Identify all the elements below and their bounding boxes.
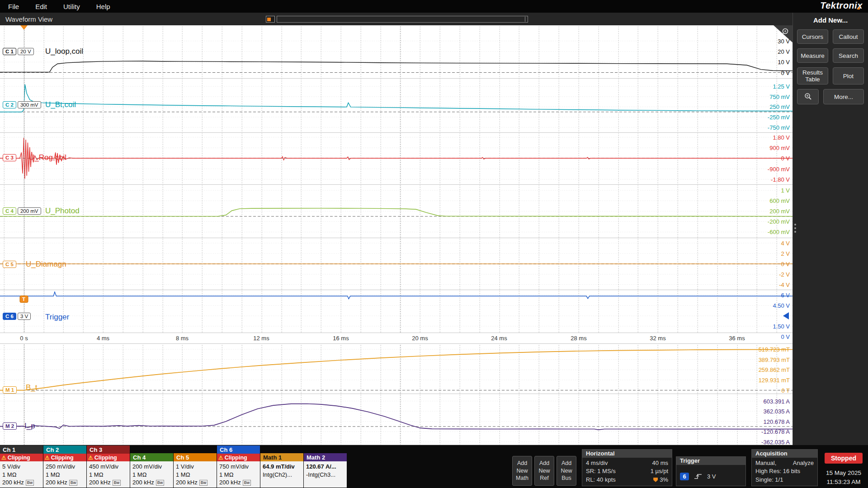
- trigger-position-marker[interactable]: [20, 25, 28, 30]
- channel-label-c4: U_Photod: [45, 206, 80, 216]
- button-line: Add: [561, 460, 571, 467]
- axis-tick-c1: 30 V: [778, 38, 790, 45]
- waveform-view-titlebar: Waveform View: [0, 13, 793, 25]
- tile-setting-row: 5 V/div: [2, 463, 41, 471]
- axis-tick-c3: 0 V: [781, 155, 790, 162]
- bottom-bar: Ch 1⚠Clipping5 V/div1 MΩ200 kHzBwCh 2⚠Cl…: [0, 445, 868, 488]
- tile-math-1[interactable]: Math 164.9 mT/divIntg(Ch2)...: [260, 453, 303, 488]
- zoom-overview-track[interactable]: [277, 16, 528, 23]
- axis-tick-c5: 2 V: [781, 250, 790, 257]
- tile-setting-row: 1 MΩ: [132, 471, 171, 479]
- menu-file[interactable]: File: [0, 0, 27, 13]
- channel-badge-c5[interactable]: C 5: [3, 261, 16, 268]
- horizontal-row: 4 ms/div40 ms: [586, 459, 668, 467]
- tile-settings: 120.67 A/...-Intg(Ch3...: [304, 461, 347, 488]
- channel-badge-c3[interactable]: C 3: [3, 154, 16, 161]
- tile-setting-row: 200 mV/div: [132, 463, 171, 471]
- bandwidth-badge: Bw: [113, 480, 121, 486]
- button-line: Ref: [540, 474, 548, 482]
- acquisition-value-left: Single: 1/1: [755, 476, 783, 484]
- sidebar-button-cursors[interactable]: Cursors: [797, 29, 828, 44]
- sidebar-button-more[interactable]: More...: [823, 89, 864, 104]
- zoom-tool-button[interactable]: [797, 89, 819, 104]
- channel-label-c1: U_loop,coil: [45, 47, 83, 56]
- tile-ch-3[interactable]: Ch 3⚠Clipping450 mV/div1 MΩ200 kHzBw: [87, 446, 130, 488]
- tile-settings: 1 V/div1 MΩ200 kHzBw: [174, 461, 217, 488]
- menu-edit[interactable]: Edit: [27, 0, 55, 13]
- time-tick-label: 36 ms: [729, 335, 745, 342]
- waveform-c3: [0, 133, 793, 185]
- menu-help[interactable]: Help: [88, 0, 118, 13]
- sidebar-bottom-row: More...: [797, 89, 864, 104]
- warning-icon: ⚠: [218, 455, 223, 460]
- zoom-position-icon[interactable]: [266, 16, 275, 23]
- time-tick-label: 0 s: [20, 335, 28, 342]
- tile-ch-2[interactable]: Ch 2⚠Clipping250 mV/div1 MΩ200 kHzBw: [43, 446, 86, 488]
- time-axis: 0 s4 ms8 ms12 ms16 ms20 ms24 ms28 ms32 m…: [0, 333, 793, 344]
- add-new-ref-button[interactable]: AddNewRef: [534, 456, 554, 486]
- zoom-overview-bar[interactable]: [266, 16, 528, 23]
- channel-badge-c2[interactable]: C 2300 mV: [3, 101, 41, 108]
- channel-badge-c6[interactable]: C 63 V: [3, 313, 31, 320]
- axis-tick-c3: -900 mV: [768, 166, 790, 173]
- tile-ch-5[interactable]: Ch 51 V/div1 MΩ200 kHzBw: [174, 453, 217, 488]
- sidebar-button-search[interactable]: Search: [833, 48, 864, 63]
- run-stop-button[interactable]: Stopped: [825, 453, 863, 464]
- tile-setting-row: 200 kHzBw: [46, 479, 84, 487]
- axis-tick-c5: -4 V: [779, 282, 790, 288]
- panel-grip-handle[interactable]: [794, 224, 796, 225]
- button-line: New: [561, 467, 572, 475]
- trigger-level-marker[interactable]: [783, 312, 789, 319]
- channel-badge-m2[interactable]: M 2: [3, 422, 17, 430]
- channel-badge-c1[interactable]: C 120 V: [3, 48, 34, 55]
- waveform-m2: [0, 394, 793, 445]
- tile-setting-row: 1 MΩ: [219, 471, 258, 479]
- waveform-view: Waveform View 30 V20 V10 V0 VC 120 VU_lo…: [0, 13, 793, 445]
- channel-badge-c4[interactable]: C 4200 mV: [3, 207, 41, 215]
- trigger-flag-badge[interactable]: T: [19, 296, 28, 303]
- time-label: 11:53:23 AM: [819, 478, 868, 487]
- horizontal-value-right: 1 µs/pt: [651, 467, 668, 475]
- tile-title: Math 2: [304, 453, 347, 461]
- tile-ch-6[interactable]: Ch 6⚠Clipping750 mV/div1 MΩ200 kHzBw: [217, 446, 260, 488]
- tile-title: Ch 2: [43, 446, 86, 454]
- axis-tick-m2: -120.678 A: [761, 428, 790, 435]
- axis-tick-c2: -750 mV: [768, 124, 790, 131]
- tile-ch-4[interactable]: Ch 4200 mV/div1 MΩ200 kHzBw: [130, 453, 173, 488]
- bandwidth-badge: Bw: [156, 480, 165, 486]
- tile-setting-row: 200 kHzBw: [89, 479, 127, 487]
- sidebar-button-measure[interactable]: Measure: [797, 48, 828, 63]
- channel-badge-m1[interactable]: M 1: [3, 386, 17, 394]
- tile-setting-row: 1 V/div: [176, 463, 214, 471]
- trigger-source-chip[interactable]: 6: [680, 473, 689, 480]
- bandwidth-badge: Bw: [69, 480, 78, 486]
- acquisition-value-right: Analyze: [793, 459, 814, 467]
- sidebar-button-plot[interactable]: Plot: [833, 67, 864, 84]
- acquisition-panel[interactable]: Acquisition Manual,AnalyzeHigh Res: 16 b…: [751, 449, 818, 486]
- tile-setting-row: 120.67 A/...: [306, 463, 344, 471]
- axis-tick-c4: 1 V: [781, 187, 790, 194]
- axis-tick-c2: 1.25 V: [773, 83, 790, 90]
- trigger-level-value[interactable]: 3 V: [707, 473, 716, 480]
- tile-ch-1[interactable]: Ch 1⚠Clipping5 V/div1 MΩ200 kHzBw: [0, 446, 43, 488]
- sidebar-button-callout[interactable]: Callout: [833, 29, 864, 44]
- horizontal-value-left: 4 ms/div: [586, 459, 608, 467]
- horizontal-panel[interactable]: Horizontal 4 ms/div40 msSR: 1 MS/s1 µs/p…: [582, 449, 672, 486]
- tile-settings: 64.9 mT/divIntg(Ch2)...: [260, 461, 303, 488]
- add-new-group: AddNewMathAddNewRefAddNewBus: [512, 456, 576, 486]
- add-new-math-button[interactable]: AddNewMath: [512, 456, 532, 486]
- sidebar-button-results-table[interactable]: Results Table: [797, 67, 828, 84]
- menu-utility[interactable]: Utility: [55, 0, 88, 13]
- axis-tick-c1: 10 V: [778, 59, 790, 66]
- waveform-view-title: Waveform View: [5, 15, 52, 23]
- clipping-label: Clipping: [8, 455, 30, 461]
- axis-tick-c5: 4 V: [781, 240, 790, 247]
- clipping-label: Clipping: [94, 455, 117, 461]
- add-new-bus-button[interactable]: AddNewBus: [557, 456, 576, 486]
- sidebar-grid: CursorsCalloutMeasureSearchResults Table…: [797, 29, 864, 84]
- trigger-panel[interactable]: Trigger 6 3 V: [676, 456, 746, 486]
- tile-math-2[interactable]: Math 2120.67 A/...-Intg(Ch3...: [304, 453, 347, 488]
- axis-tick-m1: 0 T: [781, 387, 790, 394]
- horizontal-row: RL: 40 kpts3%: [586, 476, 668, 484]
- tektronix-logo: Tektronix: [820, 0, 863, 11]
